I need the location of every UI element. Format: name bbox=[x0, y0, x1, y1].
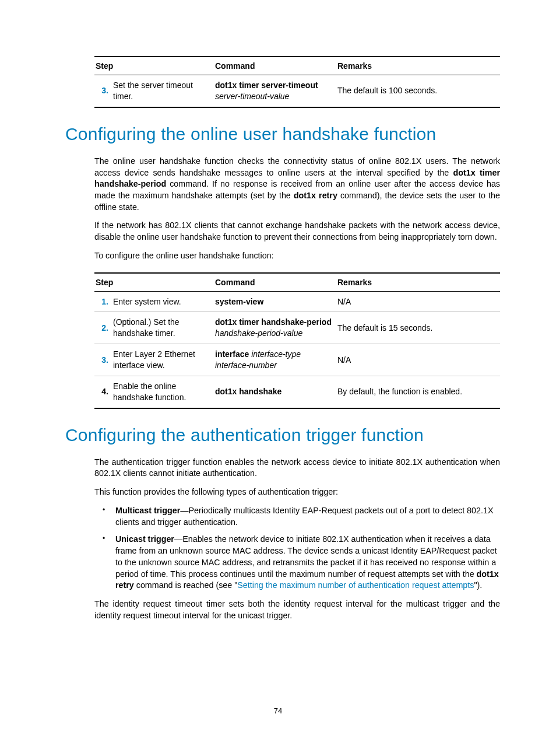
step-number: 3. bbox=[94, 344, 112, 376]
table-row: 4. Enable the online handshake function.… bbox=[94, 376, 500, 408]
step-desc: Set the server timeout timer. bbox=[112, 75, 214, 107]
authtrigger-para1: The authentication trigger function enab… bbox=[94, 457, 500, 480]
command-cell: dot1x timer handshake-period handshake-p… bbox=[214, 312, 336, 344]
step-number: 4. bbox=[94, 376, 112, 408]
section2-body: The authentication trigger function enab… bbox=[94, 457, 500, 622]
command-name: system-view bbox=[215, 297, 263, 306]
section-heading-auth-trigger: Configuring the authentication trigger f… bbox=[65, 425, 500, 445]
page-number: 74 bbox=[0, 706, 556, 715]
step-desc: Enable the online handshake function. bbox=[112, 376, 214, 408]
command-cell: dot1x timer server-timeout server-timeou… bbox=[214, 75, 336, 107]
list-item: Unicast trigger—Enables the network devi… bbox=[94, 534, 500, 592]
handshake-para3: To configure the online user handshake f… bbox=[94, 250, 500, 262]
step-desc: Enter Layer 2 Ethernet interface view. bbox=[112, 344, 214, 376]
remarks-cell: The default is 15 seconds. bbox=[336, 312, 500, 344]
step-number: 3. bbox=[94, 75, 112, 107]
step-desc: Enter system view. bbox=[112, 291, 214, 312]
table-row: 1. Enter system view. system-view N/A bbox=[94, 291, 500, 312]
command-cell: interface interface-type interface-numbe… bbox=[214, 344, 336, 376]
remarks-cell: By default, the function is enabled. bbox=[336, 376, 500, 408]
th-remarks: Remarks bbox=[336, 273, 500, 292]
page: Step Command Remarks 3. Set the server t… bbox=[0, 0, 556, 756]
command-arg: handshake-period-value bbox=[215, 328, 302, 338]
th-command: Command bbox=[214, 273, 336, 292]
command-name: dot1x timer server-timeout bbox=[215, 80, 318, 90]
handshake-para1: The online user handshake function check… bbox=[94, 156, 500, 214]
remarks-cell: N/A bbox=[336, 344, 500, 376]
command-arg: server-timeout-value bbox=[215, 92, 289, 101]
link-max-attempts[interactable]: Setting the maximum number of authentica… bbox=[237, 580, 474, 590]
command-cell: system-view bbox=[214, 291, 336, 312]
step-desc: (Optional.) Set the handshake timer. bbox=[112, 312, 214, 344]
top-table-wrap: Step Command Remarks 3. Set the server t… bbox=[94, 56, 500, 108]
th-step: Step bbox=[94, 273, 214, 292]
table-row: 3. Set the server timeout timer. dot1x t… bbox=[94, 75, 500, 107]
command-name: dot1x handshake bbox=[215, 387, 281, 396]
step-number: 2. bbox=[94, 312, 112, 344]
th-step: Step bbox=[94, 57, 214, 75]
step-number: 1. bbox=[94, 291, 112, 312]
section1-body: The online user handshake function check… bbox=[94, 156, 500, 409]
command-cell: dot1x handshake bbox=[214, 376, 336, 408]
remarks-cell: N/A bbox=[336, 291, 500, 312]
th-remarks: Remarks bbox=[336, 57, 500, 75]
authtrigger-para3: The identity request timeout timer sets … bbox=[94, 598, 500, 621]
command-name: dot1x timer handshake-period bbox=[215, 317, 332, 327]
list-item: Multicast trigger—Periodically multicast… bbox=[94, 505, 500, 528]
remarks-cell: The default is 100 seconds. bbox=[336, 75, 500, 107]
handshake-table: Step Command Remarks 1. Enter system vie… bbox=[94, 272, 500, 409]
th-command: Command bbox=[214, 57, 336, 75]
trigger-types-list: Multicast trigger—Periodically multicast… bbox=[94, 505, 500, 592]
table-row: 2. (Optional.) Set the handshake timer. … bbox=[94, 312, 500, 344]
authtrigger-para2: This function provides the following typ… bbox=[94, 487, 500, 498]
server-timeout-table: Step Command Remarks 3. Set the server t… bbox=[94, 56, 500, 108]
section-heading-handshake: Configuring the online user handshake fu… bbox=[65, 124, 500, 144]
table-row: 3. Enter Layer 2 Ethernet interface view… bbox=[94, 344, 500, 376]
command-name: interface bbox=[215, 349, 249, 359]
handshake-para2: If the network has 802.1X clients that c… bbox=[94, 220, 500, 243]
